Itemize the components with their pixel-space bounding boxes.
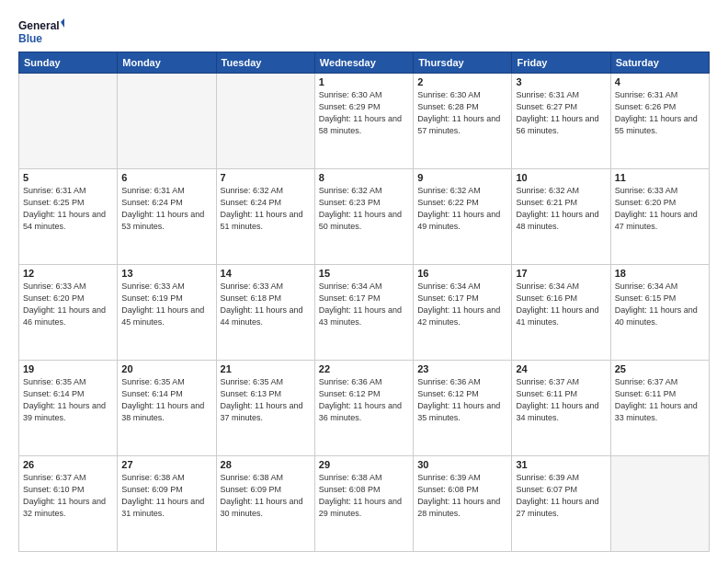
weekday-header-thursday: Thursday bbox=[414, 52, 512, 74]
day-number: 22 bbox=[319, 363, 409, 374]
day-cell: 3Sunrise: 6:31 AM Sunset: 6:27 PM Daylig… bbox=[512, 74, 610, 169]
day-info: Sunrise: 6:31 AM Sunset: 6:27 PM Dayligh… bbox=[516, 89, 606, 137]
day-number: 5 bbox=[23, 172, 113, 183]
day-number: 1 bbox=[319, 76, 409, 87]
day-number: 20 bbox=[121, 363, 211, 374]
day-cell: 14Sunrise: 6:33 AM Sunset: 6:18 PM Dayli… bbox=[216, 265, 314, 361]
day-cell: 29Sunrise: 6:38 AM Sunset: 6:08 PM Dayli… bbox=[314, 456, 413, 552]
day-cell: 4Sunrise: 6:31 AM Sunset: 6:26 PM Daylig… bbox=[610, 74, 709, 169]
day-info: Sunrise: 6:31 AM Sunset: 6:24 PM Dayligh… bbox=[121, 185, 211, 233]
day-info: Sunrise: 6:34 AM Sunset: 6:17 PM Dayligh… bbox=[417, 281, 507, 328]
day-number: 23 bbox=[417, 363, 507, 374]
day-cell: 10Sunrise: 6:32 AM Sunset: 6:21 PM Dayli… bbox=[512, 169, 610, 265]
day-number: 18 bbox=[615, 268, 705, 279]
day-info: Sunrise: 6:34 AM Sunset: 6:15 PM Dayligh… bbox=[615, 281, 705, 328]
day-number: 2 bbox=[417, 76, 507, 87]
day-cell: 13Sunrise: 6:33 AM Sunset: 6:19 PM Dayli… bbox=[118, 265, 216, 361]
weekday-header-tuesday: Tuesday bbox=[216, 52, 314, 74]
day-info: Sunrise: 6:30 AM Sunset: 6:28 PM Dayligh… bbox=[417, 89, 507, 137]
day-info: Sunrise: 6:37 AM Sunset: 6:10 PM Dayligh… bbox=[23, 472, 113, 520]
day-number: 8 bbox=[319, 172, 409, 183]
day-info: Sunrise: 6:35 AM Sunset: 6:14 PM Dayligh… bbox=[23, 376, 113, 424]
logo: General Blue bbox=[18, 17, 64, 50]
day-cell: 19Sunrise: 6:35 AM Sunset: 6:14 PM Dayli… bbox=[19, 361, 118, 456]
week-row-2: 5Sunrise: 6:31 AM Sunset: 6:25 PM Daylig… bbox=[19, 169, 710, 265]
day-number: 4 bbox=[615, 76, 705, 87]
day-info: Sunrise: 6:35 AM Sunset: 6:14 PM Dayligh… bbox=[121, 376, 211, 424]
day-info: Sunrise: 6:35 AM Sunset: 6:13 PM Dayligh… bbox=[221, 376, 311, 424]
day-number: 16 bbox=[417, 268, 507, 279]
day-info: Sunrise: 6:33 AM Sunset: 6:20 PM Dayligh… bbox=[23, 281, 113, 328]
day-cell: 8Sunrise: 6:32 AM Sunset: 6:23 PM Daylig… bbox=[314, 169, 413, 265]
day-number: 12 bbox=[23, 268, 113, 279]
day-number: 7 bbox=[221, 172, 311, 183]
day-info: Sunrise: 6:32 AM Sunset: 6:21 PM Dayligh… bbox=[516, 185, 606, 233]
day-cell: 28Sunrise: 6:38 AM Sunset: 6:09 PM Dayli… bbox=[216, 456, 314, 552]
day-info: Sunrise: 6:30 AM Sunset: 6:29 PM Dayligh… bbox=[319, 89, 409, 137]
day-number: 15 bbox=[319, 268, 409, 279]
day-cell: 31Sunrise: 6:39 AM Sunset: 6:07 PM Dayli… bbox=[512, 456, 610, 552]
day-cell: 7Sunrise: 6:32 AM Sunset: 6:24 PM Daylig… bbox=[216, 169, 314, 265]
weekday-header-friday: Friday bbox=[512, 52, 610, 74]
day-number: 10 bbox=[516, 172, 606, 183]
day-cell: 21Sunrise: 6:35 AM Sunset: 6:13 PM Dayli… bbox=[216, 361, 314, 456]
day-number: 3 bbox=[516, 76, 606, 87]
day-info: Sunrise: 6:31 AM Sunset: 6:25 PM Dayligh… bbox=[23, 185, 113, 233]
day-info: Sunrise: 6:36 AM Sunset: 6:12 PM Dayligh… bbox=[319, 376, 409, 424]
day-info: Sunrise: 6:32 AM Sunset: 6:24 PM Dayligh… bbox=[221, 185, 311, 233]
day-info: Sunrise: 6:33 AM Sunset: 6:19 PM Dayligh… bbox=[121, 281, 211, 328]
day-cell: 23Sunrise: 6:36 AM Sunset: 6:12 PM Dayli… bbox=[414, 361, 512, 456]
day-cell bbox=[216, 74, 314, 169]
day-cell: 24Sunrise: 6:37 AM Sunset: 6:11 PM Dayli… bbox=[512, 361, 610, 456]
day-number: 19 bbox=[23, 363, 113, 374]
day-cell: 2Sunrise: 6:30 AM Sunset: 6:28 PM Daylig… bbox=[414, 74, 512, 169]
day-number: 26 bbox=[23, 459, 113, 470]
day-number: 6 bbox=[121, 172, 211, 183]
weekday-header-wednesday: Wednesday bbox=[314, 52, 413, 74]
logo-svg: General Blue bbox=[18, 17, 64, 50]
day-info: Sunrise: 6:33 AM Sunset: 6:18 PM Dayligh… bbox=[221, 281, 311, 328]
svg-text:Blue: Blue bbox=[18, 32, 42, 45]
day-cell bbox=[118, 74, 216, 169]
weekday-header-row: SundayMondayTuesdayWednesdayThursdayFrid… bbox=[19, 52, 710, 74]
day-cell: 30Sunrise: 6:39 AM Sunset: 6:08 PM Dayli… bbox=[414, 456, 512, 552]
day-info: Sunrise: 6:34 AM Sunset: 6:16 PM Dayligh… bbox=[516, 281, 606, 328]
day-number: 31 bbox=[516, 459, 606, 470]
day-cell: 26Sunrise: 6:37 AM Sunset: 6:10 PM Dayli… bbox=[19, 456, 118, 552]
day-number: 17 bbox=[516, 268, 606, 279]
day-cell: 5Sunrise: 6:31 AM Sunset: 6:25 PM Daylig… bbox=[19, 169, 118, 265]
day-cell: 6Sunrise: 6:31 AM Sunset: 6:24 PM Daylig… bbox=[118, 169, 216, 265]
day-cell: 11Sunrise: 6:33 AM Sunset: 6:20 PM Dayli… bbox=[610, 169, 709, 265]
day-cell bbox=[610, 456, 709, 552]
day-number: 28 bbox=[221, 459, 311, 470]
day-info: Sunrise: 6:36 AM Sunset: 6:12 PM Dayligh… bbox=[417, 376, 507, 424]
week-row-1: 1Sunrise: 6:30 AM Sunset: 6:29 PM Daylig… bbox=[19, 74, 710, 169]
day-cell: 17Sunrise: 6:34 AM Sunset: 6:16 PM Dayli… bbox=[512, 265, 610, 361]
day-info: Sunrise: 6:34 AM Sunset: 6:17 PM Dayligh… bbox=[319, 281, 409, 328]
header: General Blue bbox=[18, 17, 710, 50]
day-number: 24 bbox=[516, 363, 606, 374]
day-info: Sunrise: 6:39 AM Sunset: 6:08 PM Dayligh… bbox=[417, 472, 507, 520]
day-number: 13 bbox=[121, 268, 211, 279]
weekday-header-monday: Monday bbox=[118, 52, 216, 74]
day-cell: 16Sunrise: 6:34 AM Sunset: 6:17 PM Dayli… bbox=[414, 265, 512, 361]
weekday-header-sunday: Sunday bbox=[19, 52, 118, 74]
day-info: Sunrise: 6:38 AM Sunset: 6:09 PM Dayligh… bbox=[221, 472, 311, 520]
day-cell: 22Sunrise: 6:36 AM Sunset: 6:12 PM Dayli… bbox=[314, 361, 413, 456]
weekday-header-saturday: Saturday bbox=[610, 52, 709, 74]
day-number: 27 bbox=[121, 459, 211, 470]
svg-marker-2 bbox=[61, 18, 64, 28]
day-info: Sunrise: 6:38 AM Sunset: 6:08 PM Dayligh… bbox=[319, 472, 409, 520]
day-cell: 15Sunrise: 6:34 AM Sunset: 6:17 PM Dayli… bbox=[314, 265, 413, 361]
day-cell: 27Sunrise: 6:38 AM Sunset: 6:09 PM Dayli… bbox=[118, 456, 216, 552]
page: General Blue SundayMondayTuesdayWednesda… bbox=[0, 0, 728, 563]
calendar-table: SundayMondayTuesdayWednesdayThursdayFrid… bbox=[18, 52, 710, 552]
day-cell: 25Sunrise: 6:37 AM Sunset: 6:11 PM Dayli… bbox=[610, 361, 709, 456]
day-number: 25 bbox=[615, 363, 705, 374]
day-cell: 18Sunrise: 6:34 AM Sunset: 6:15 PM Dayli… bbox=[610, 265, 709, 361]
week-row-5: 26Sunrise: 6:37 AM Sunset: 6:10 PM Dayli… bbox=[19, 456, 710, 552]
day-number: 29 bbox=[319, 459, 409, 470]
day-info: Sunrise: 6:31 AM Sunset: 6:26 PM Dayligh… bbox=[615, 89, 705, 137]
day-info: Sunrise: 6:37 AM Sunset: 6:11 PM Dayligh… bbox=[615, 376, 705, 424]
day-info: Sunrise: 6:37 AM Sunset: 6:11 PM Dayligh… bbox=[516, 376, 606, 424]
